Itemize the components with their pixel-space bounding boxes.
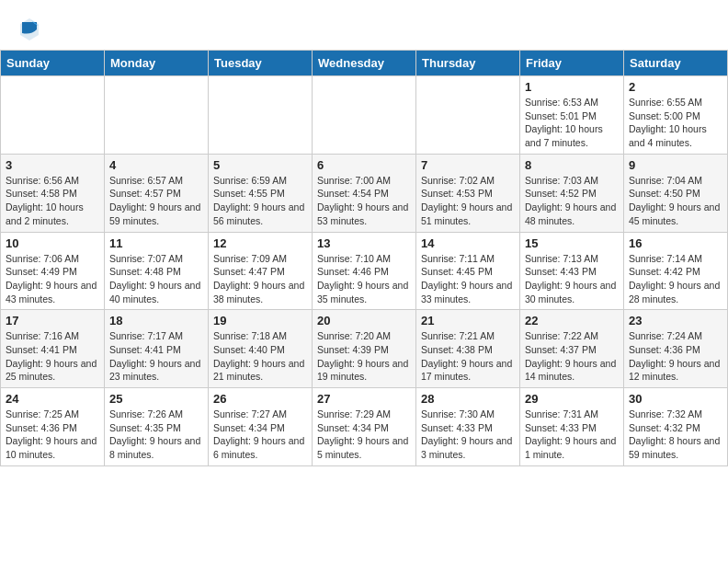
day-info: Sunrise: 6:55 AM Sunset: 5:00 PM Dayligh…: [629, 96, 722, 150]
day-number: 20: [317, 314, 411, 327]
calendar-header-wednesday: Wednesday: [313, 51, 416, 76]
calendar-cell: 7Sunrise: 7:02 AM Sunset: 4:53 PM Daylig…: [416, 154, 520, 232]
day-number: 24: [6, 392, 99, 406]
day-info: Sunrise: 7:24 AM Sunset: 4:36 PM Dayligh…: [629, 329, 722, 384]
calendar-cell: 16Sunrise: 7:14 AM Sunset: 4:42 PM Dayli…: [624, 232, 728, 310]
day-info: Sunrise: 7:10 AM Sunset: 4:46 PM Dayligh…: [317, 252, 411, 306]
calendar-cell: [416, 76, 520, 155]
day-info: Sunrise: 7:30 AM Sunset: 4:33 PM Dayligh…: [421, 408, 515, 462]
calendar-week-row: 10Sunrise: 7:06 AM Sunset: 4:49 PM Dayli…: [1, 232, 728, 310]
page-header: [0, 0, 728, 50]
day-number: 30: [629, 392, 722, 406]
calendar-cell: 20Sunrise: 7:20 AM Sunset: 4:39 PM Dayli…: [313, 310, 416, 388]
calendar-cell: 6Sunrise: 7:00 AM Sunset: 4:54 PM Daylig…: [313, 154, 416, 232]
calendar-cell: 17Sunrise: 7:16 AM Sunset: 4:41 PM Dayli…: [1, 310, 105, 388]
day-info: Sunrise: 7:00 AM Sunset: 4:54 PM Dayligh…: [317, 174, 411, 228]
day-number: 22: [525, 314, 619, 327]
day-info: Sunrise: 7:14 AM Sunset: 4:42 PM Dayligh…: [629, 252, 722, 306]
day-info: Sunrise: 7:20 AM Sunset: 4:39 PM Dayligh…: [317, 329, 411, 384]
day-number: 14: [421, 236, 515, 250]
day-info: Sunrise: 7:02 AM Sunset: 4:53 PM Dayligh…: [421, 174, 515, 228]
calendar-week-row: 3Sunrise: 6:56 AM Sunset: 4:58 PM Daylig…: [1, 154, 728, 232]
day-info: Sunrise: 7:31 AM Sunset: 4:33 PM Dayligh…: [525, 408, 619, 462]
calendar-week-row: 17Sunrise: 7:16 AM Sunset: 4:41 PM Dayli…: [1, 310, 728, 388]
calendar-cell: 2Sunrise: 6:55 AM Sunset: 5:00 PM Daylig…: [624, 76, 728, 155]
day-info: Sunrise: 6:59 AM Sunset: 4:55 PM Dayligh…: [213, 174, 307, 228]
calendar-cell: 13Sunrise: 7:10 AM Sunset: 4:46 PM Dayli…: [313, 232, 416, 310]
day-info: Sunrise: 7:29 AM Sunset: 4:34 PM Dayligh…: [317, 408, 411, 462]
calendar-cell: 1Sunrise: 6:53 AM Sunset: 5:01 PM Daylig…: [520, 76, 624, 155]
day-number: 9: [629, 158, 722, 172]
logo: [18, 17, 44, 42]
day-number: 29: [525, 392, 619, 406]
day-number: 26: [213, 392, 307, 406]
day-info: Sunrise: 7:11 AM Sunset: 4:45 PM Dayligh…: [421, 252, 515, 306]
day-info: Sunrise: 7:03 AM Sunset: 4:52 PM Dayligh…: [525, 174, 619, 228]
calendar-cell: 19Sunrise: 7:18 AM Sunset: 4:40 PM Dayli…: [209, 310, 313, 388]
calendar-header-row: SundayMondayTuesdayWednesdayThursdayFrid…: [1, 51, 728, 76]
calendar-cell: 25Sunrise: 7:26 AM Sunset: 4:35 PM Dayli…: [105, 388, 209, 466]
day-info: Sunrise: 6:57 AM Sunset: 4:57 PM Dayligh…: [109, 174, 203, 228]
day-number: 28: [421, 392, 515, 406]
day-info: Sunrise: 6:56 AM Sunset: 4:58 PM Dayligh…: [6, 174, 99, 228]
day-number: 15: [525, 236, 619, 250]
calendar-header-thursday: Thursday: [416, 51, 520, 76]
calendar-cell: 12Sunrise: 7:09 AM Sunset: 4:47 PM Dayli…: [209, 232, 313, 310]
calendar-cell: 10Sunrise: 7:06 AM Sunset: 4:49 PM Dayli…: [1, 232, 105, 310]
day-info: Sunrise: 7:26 AM Sunset: 4:35 PM Dayligh…: [109, 408, 203, 462]
calendar-cell: 4Sunrise: 6:57 AM Sunset: 4:57 PM Daylig…: [105, 154, 209, 232]
calendar-cell: 11Sunrise: 7:07 AM Sunset: 4:48 PM Dayli…: [105, 232, 209, 310]
calendar-cell: 24Sunrise: 7:25 AM Sunset: 4:36 PM Dayli…: [1, 388, 105, 466]
calendar-cell: 9Sunrise: 7:04 AM Sunset: 4:50 PM Daylig…: [624, 154, 728, 232]
calendar-cell: 22Sunrise: 7:22 AM Sunset: 4:37 PM Dayli…: [520, 310, 624, 388]
day-info: Sunrise: 7:16 AM Sunset: 4:41 PM Dayligh…: [6, 329, 99, 384]
day-info: Sunrise: 7:09 AM Sunset: 4:47 PM Dayligh…: [213, 252, 307, 306]
day-number: 18: [109, 314, 203, 327]
day-info: Sunrise: 7:27 AM Sunset: 4:34 PM Dayligh…: [213, 408, 307, 462]
day-number: 4: [109, 158, 203, 172]
day-number: 2: [629, 80, 722, 94]
calendar-cell: 18Sunrise: 7:17 AM Sunset: 4:41 PM Dayli…: [105, 310, 209, 388]
calendar-cell: 23Sunrise: 7:24 AM Sunset: 4:36 PM Dayli…: [624, 310, 728, 388]
calendar-cell: 27Sunrise: 7:29 AM Sunset: 4:34 PM Dayli…: [313, 388, 416, 466]
day-info: Sunrise: 7:13 AM Sunset: 4:43 PM Dayligh…: [525, 252, 619, 306]
calendar-cell: 8Sunrise: 7:03 AM Sunset: 4:52 PM Daylig…: [520, 154, 624, 232]
calendar-table: SundayMondayTuesdayWednesdayThursdayFrid…: [0, 50, 728, 466]
calendar-cell: [313, 76, 416, 155]
calendar-week-row: 24Sunrise: 7:25 AM Sunset: 4:36 PM Dayli…: [1, 388, 728, 466]
day-info: Sunrise: 7:21 AM Sunset: 4:38 PM Dayligh…: [421, 329, 515, 384]
day-number: 12: [213, 236, 307, 250]
day-number: 13: [317, 236, 411, 250]
calendar-cell: 29Sunrise: 7:31 AM Sunset: 4:33 PM Dayli…: [520, 388, 624, 466]
calendar-cell: [105, 76, 209, 155]
calendar-cell: 15Sunrise: 7:13 AM Sunset: 4:43 PM Dayli…: [520, 232, 624, 310]
calendar-header-monday: Monday: [105, 51, 209, 76]
calendar-cell: 14Sunrise: 7:11 AM Sunset: 4:45 PM Dayli…: [416, 232, 520, 310]
day-number: 11: [109, 236, 203, 250]
calendar-cell: 3Sunrise: 6:56 AM Sunset: 4:58 PM Daylig…: [1, 154, 105, 232]
day-number: 21: [421, 314, 515, 327]
day-number: 7: [421, 158, 515, 172]
day-number: 1: [525, 80, 619, 94]
day-info: Sunrise: 7:32 AM Sunset: 4:32 PM Dayligh…: [629, 408, 722, 462]
day-number: 25: [109, 392, 203, 406]
calendar-cell: [209, 76, 313, 155]
day-info: Sunrise: 7:18 AM Sunset: 4:40 PM Dayligh…: [213, 329, 307, 384]
day-info: Sunrise: 6:53 AM Sunset: 5:01 PM Dayligh…: [525, 96, 619, 150]
day-info: Sunrise: 7:04 AM Sunset: 4:50 PM Dayligh…: [629, 174, 722, 228]
calendar-cell: 5Sunrise: 6:59 AM Sunset: 4:55 PM Daylig…: [209, 154, 313, 232]
day-info: Sunrise: 7:07 AM Sunset: 4:48 PM Dayligh…: [109, 252, 203, 306]
day-number: 8: [525, 158, 619, 172]
calendar-cell: [1, 76, 105, 155]
day-number: 23: [629, 314, 722, 327]
calendar-cell: 30Sunrise: 7:32 AM Sunset: 4:32 PM Dayli…: [624, 388, 728, 466]
calendar-cell: 28Sunrise: 7:30 AM Sunset: 4:33 PM Dayli…: [416, 388, 520, 466]
calendar-header-friday: Friday: [520, 51, 624, 76]
day-number: 16: [629, 236, 722, 250]
day-info: Sunrise: 7:17 AM Sunset: 4:41 PM Dayligh…: [109, 329, 203, 384]
calendar-week-row: 1Sunrise: 6:53 AM Sunset: 5:01 PM Daylig…: [1, 76, 728, 155]
day-number: 27: [317, 392, 411, 406]
day-number: 6: [317, 158, 411, 172]
calendar-cell: 26Sunrise: 7:27 AM Sunset: 4:34 PM Dayli…: [209, 388, 313, 466]
calendar-header-tuesday: Tuesday: [209, 51, 313, 76]
